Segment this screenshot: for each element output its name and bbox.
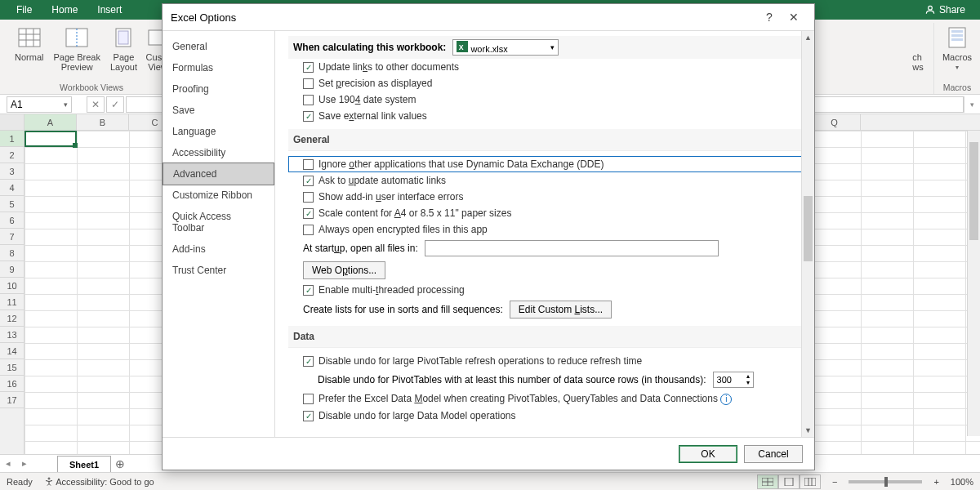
svg-rect-9 (118, 31, 128, 44)
select-all-corner[interactable] (0, 114, 24, 130)
disable-undo-rows-label: Disable undo for PivotTables with at lea… (318, 374, 706, 385)
help-icon: ? (766, 11, 773, 24)
sidebar-item-trust-center[interactable]: Trust Center (163, 260, 274, 281)
page-layout-icon (114, 28, 133, 47)
dialog-titlebar: Excel Options ? ✕ (163, 4, 814, 30)
sidebar-item-advanced[interactable]: Advanced (163, 163, 274, 185)
section-general: General (288, 129, 806, 151)
tab-nav-next[interactable]: ▸ (16, 458, 33, 469)
ok-button[interactable]: OK (679, 445, 737, 463)
ribbon-page-layout[interactable]: Page Layout (107, 23, 140, 74)
add-sheet-button[interactable]: ⊕ (111, 457, 129, 470)
svg-point-15 (48, 478, 50, 479)
close-icon: ✕ (789, 11, 799, 24)
formula-bar-expand[interactable]: ▾ (964, 96, 980, 113)
section-data: Data (288, 326, 806, 348)
cb-disable-undo-pt[interactable]: ✓Disable undo for large PivotTable refre… (288, 353, 806, 369)
zoom-slider[interactable] (849, 480, 922, 483)
help-button[interactable]: ? (757, 11, 782, 24)
sidebar-item-customize-ribbon[interactable]: Customize Ribbon (163, 185, 274, 206)
startup-open-label: At startup, open all files in: (303, 243, 418, 254)
plus-icon: ⊕ (115, 457, 125, 470)
chevron-down-icon: ▾ (970, 100, 974, 109)
startup-path-input[interactable] (425, 240, 719, 256)
close-icon: ✕ (91, 99, 100, 110)
disable-undo-rows-input[interactable]: 300▴▾ (713, 372, 754, 388)
cb-show-addin-errors[interactable]: Show add-in user interface errors (288, 189, 806, 205)
close-button[interactable]: ✕ (782, 11, 806, 24)
svg-rect-19 (785, 478, 793, 486)
name-box[interactable]: A1▾ (7, 96, 72, 113)
info-icon[interactable]: i (720, 394, 732, 405)
formula-accept[interactable]: ✓ (106, 96, 124, 113)
menu-home[interactable]: Home (42, 4, 87, 16)
dialog-footer: OK Cancel (163, 437, 814, 470)
ribbon-macros[interactable]: Macros ▾ (939, 23, 975, 73)
col-header-B[interactable]: B (77, 114, 129, 130)
cb-scale-a4[interactable]: ✓Scale content for A4 or 8.5 x 11" paper… (288, 205, 806, 221)
cb-set-precision[interactable]: Set precision as displayed (288, 75, 806, 91)
options-content: When calculating this workbook: X work.x… (275, 31, 814, 437)
ribbon-normal-view[interactable]: Normal (11, 23, 47, 64)
sidebar-item-addins[interactable]: Add-ins (163, 238, 274, 260)
vertical-scrollbar[interactable] (967, 131, 980, 436)
col-header-A[interactable]: A (24, 114, 77, 130)
active-cell[interactable] (24, 131, 77, 147)
chevron-down-icon: ▾ (550, 43, 555, 51)
cb-disable-undo-dm[interactable]: ✓Disable undo for large Data Model opera… (288, 408, 806, 424)
cb-prefer-data-model[interactable]: Prefer the Excel Data Model when creatin… (288, 390, 806, 408)
spin-arrows-icon: ▴▾ (746, 373, 750, 386)
scroll-up-icon[interactable]: ▲ (802, 31, 814, 44)
menu-insert[interactable]: Insert (87, 4, 131, 16)
view-normal-button[interactable] (757, 474, 778, 489)
view-page-break-button[interactable] (800, 474, 821, 489)
col-header-Q[interactable]: Q (808, 114, 861, 130)
cb-save-external[interactable]: ✓Save external link values (288, 108, 806, 124)
grid-icon (762, 478, 773, 486)
cb-use-1904[interactable]: Use 1904 date system (288, 91, 806, 108)
sidebar-item-quick-access[interactable]: Quick Access Toolbar (163, 206, 274, 238)
dialog-scrollbar[interactable]: ▲ ▼ (801, 31, 814, 437)
row-header-1[interactable]: 1 (0, 131, 24, 147)
zoom-in[interactable]: + (933, 477, 938, 487)
sidebar-item-accessibility[interactable]: Accessibility (163, 142, 274, 163)
cb-always-encrypted[interactable]: Always open encrypted files in this app (288, 221, 806, 238)
scroll-down-icon[interactable]: ▼ (802, 424, 814, 437)
formula-cancel[interactable]: ✕ (87, 96, 105, 113)
sidebar-item-save[interactable]: Save (163, 100, 274, 121)
svg-point-0 (929, 6, 933, 10)
cancel-button[interactable]: Cancel (744, 445, 803, 463)
macros-icon (946, 26, 969, 49)
cb-multithread[interactable]: ✓Enable multi-threaded processing (288, 282, 806, 298)
cb-ask-update[interactable]: ✓Ask to update automatic links (288, 172, 806, 189)
cb-ignore-dde[interactable]: Ignore other applications that use Dynam… (288, 156, 806, 172)
workbook-combo[interactable]: X work.xlsx ▾ (452, 39, 559, 56)
zoom-out[interactable]: − (832, 477, 837, 487)
accessibility-icon (44, 477, 54, 487)
edit-custom-lists-button[interactable]: Edit Custom Lists... (510, 301, 612, 318)
menu-file[interactable]: File (7, 4, 42, 16)
cb-update-links[interactable]: ✓Update links to other documents (288, 59, 806, 75)
check-icon: ✓ (111, 99, 119, 110)
web-options-button[interactable]: Web Options... (303, 261, 385, 279)
edit-lists-label: Create lists for use in sorts and fill s… (303, 304, 503, 315)
chevron-down-icon: ▾ (64, 100, 68, 109)
zoom-level[interactable]: 100% (951, 477, 973, 487)
tab-nav-prev[interactable]: ◂ (0, 458, 16, 469)
svg-rect-13 (951, 34, 963, 37)
options-sidebar: General Formulas Proofing Save Language … (163, 31, 275, 437)
view-page-layout-button[interactable] (778, 474, 800, 489)
svg-rect-20 (804, 478, 816, 486)
sidebar-item-proofing[interactable]: Proofing (163, 78, 274, 100)
ribbon-switch-windows-partial[interactable]: ch ws (907, 23, 929, 74)
status-ready: Ready (7, 477, 33, 487)
svg-rect-12 (951, 30, 963, 33)
status-accessibility[interactable]: Accessibility: Good to go (44, 477, 154, 487)
sidebar-item-language[interactable]: Language (163, 121, 274, 142)
ribbon-page-break-preview[interactable]: Page Break Preview (50, 23, 103, 74)
page-icon (783, 478, 795, 486)
sidebar-item-general[interactable]: General (163, 36, 274, 57)
share-button[interactable]: Share (916, 4, 973, 16)
sidebar-item-formulas[interactable]: Formulas (163, 57, 274, 78)
sheet-tab-1[interactable]: Sheet1 (57, 456, 111, 473)
